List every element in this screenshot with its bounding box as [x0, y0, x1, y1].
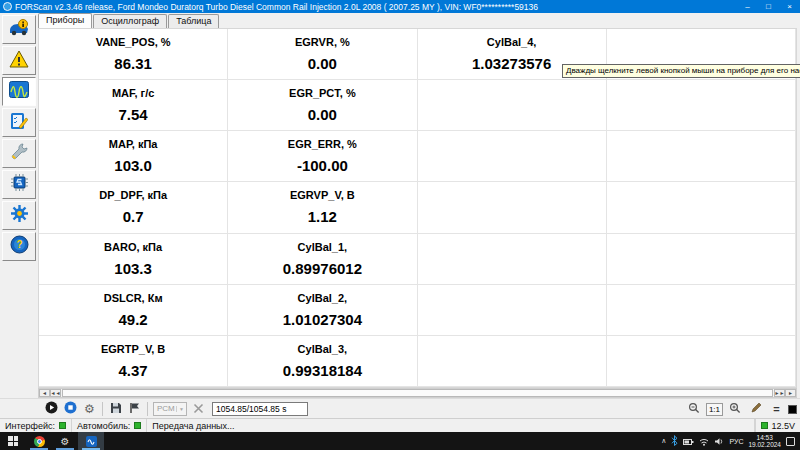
record-settings-button[interactable]: ⚙ — [80, 400, 99, 417]
save-button[interactable] — [106, 400, 125, 417]
oscilloscope-icon — [9, 81, 29, 102]
zoom-out-button[interactable] — [685, 401, 704, 418]
gauge-value: 0.7 — [123, 208, 144, 225]
gauge-cell-empty[interactable] — [607, 80, 796, 131]
gauge-label: VANE_POS, % — [96, 36, 171, 48]
zoom-tools: 1:1 = — [685, 400, 797, 418]
gauge-value: 1.12 — [308, 208, 337, 225]
gauge-cell-egrtp-v[interactable]: EGRTP_V, В4.37 — [39, 336, 228, 387]
gauge-label: EGRTP_V, В — [101, 343, 165, 355]
save-icon — [110, 400, 122, 418]
module-select-value: PCM — [154, 404, 176, 413]
language-indicator[interactable]: РУС — [729, 438, 743, 445]
gauges-grid: VANE_POS, %86.31 EGRVR, %0.00 CylBal_4,1… — [38, 28, 797, 388]
stop-button[interactable] — [61, 400, 80, 417]
action-center-icon[interactable] — [786, 437, 795, 446]
close-button[interactable]: × — [779, 0, 800, 13]
tab-oscillograph[interactable]: Осциллограф — [93, 14, 167, 28]
gauge-cell-empty[interactable] — [607, 182, 796, 233]
status-bar: Интерфейс: Автомобиль: Передача данных..… — [0, 418, 800, 432]
wifi-icon[interactable] — [699, 432, 709, 450]
minimize-button[interactable]: – — [737, 0, 758, 13]
tray-expand-icon[interactable]: ∧ — [661, 437, 666, 445]
gauge-value: 7.54 — [119, 106, 148, 123]
gauge-cell-vane-pos[interactable]: VANE_POS, %86.31 — [39, 29, 228, 80]
tab-gauges[interactable]: Приборы — [38, 13, 92, 28]
scroll-right-fast-icon[interactable]: ►► — [774, 389, 785, 397]
clear-markers-button[interactable] — [189, 400, 208, 417]
gauge-cell-map[interactable]: MAP, кПа103.0 — [39, 131, 228, 182]
sidebar-item-help[interactable]: ? — [2, 232, 36, 261]
gauge-label: MAP, кПа — [109, 138, 158, 150]
playback-time-display: 1054.85/1054.85 s — [212, 402, 308, 416]
gauge-label: MAF, г/с — [112, 87, 154, 99]
sidebar-item-programming[interactable] — [2, 170, 36, 199]
magnifier-minus-icon — [688, 400, 700, 418]
gauge-cell-egr-pct[interactable]: EGR_PCT, %0.00 — [228, 80, 417, 131]
gauge-cell-empty[interactable] — [418, 285, 607, 336]
gauge-cell-baro[interactable]: BARO, кПа103.3 — [39, 234, 228, 285]
gauge-cell-empty[interactable] — [418, 80, 607, 131]
gauge-value: 1.03273576 — [472, 55, 551, 72]
marker-flag-button[interactable] — [125, 400, 144, 417]
gauge-cell-cylbal2[interactable]: CylBal_2,1.01027304 — [228, 285, 417, 336]
gauge-cell-empty[interactable] — [418, 336, 607, 387]
bluetooth-icon[interactable] — [671, 432, 678, 450]
gauge-cell-empty[interactable] — [607, 336, 796, 387]
zoom-in-button[interactable] — [725, 401, 744, 418]
gauge-cell-dp-dpf[interactable]: DP_DPF, кПа0.7 — [39, 182, 228, 233]
scrollbar-thumb[interactable] — [62, 389, 773, 397]
interface-status: Интерфейс: — [0, 419, 72, 432]
gear-icon: ⚙ — [61, 436, 70, 447]
battery-icon[interactable] — [683, 432, 694, 450]
gauge-cell-maf[interactable]: MAF, г/с7.54 — [39, 80, 228, 131]
clock[interactable]: 14:53 19.02.2024 — [748, 434, 781, 449]
scroll-left-icon[interactable]: ◄ — [39, 389, 50, 397]
gauge-cell-egr-err[interactable]: EGR_ERR, %-100.00 — [228, 131, 417, 182]
gauge-cell-empty[interactable] — [418, 131, 607, 182]
timeline-scrollbar[interactable]: ◄ ◄◄ ►► ► — [38, 388, 797, 398]
cross-icon — [193, 400, 204, 418]
taskbar-chrome[interactable] — [26, 432, 52, 450]
gauge-value: 0.00 — [308, 55, 337, 72]
tray-time: 14:53 — [757, 434, 773, 442]
gauge-cell-egrvr[interactable]: EGRVR, %0.00 — [228, 29, 417, 80]
color-swatch[interactable] — [788, 405, 797, 414]
gauge-label: EGRVR, % — [295, 36, 350, 48]
taskbar-settings[interactable]: ⚙ — [52, 432, 78, 450]
sidebar-item-service[interactable] — [2, 139, 36, 168]
gauge-cell-empty[interactable] — [607, 285, 796, 336]
gauge-cell-empty[interactable] — [607, 131, 796, 182]
start-button[interactable] — [0, 432, 26, 450]
gauge-value: 4.37 — [119, 362, 148, 379]
vehicle-status: Автомобиль: — [72, 419, 147, 432]
cursor-mode-button[interactable] — [746, 401, 765, 418]
gauge-cell-cylbal1[interactable]: CylBal_1,0.89976012 — [228, 234, 417, 285]
gauge-cell-empty[interactable] — [607, 234, 796, 285]
gauge-value: 0.89976012 — [283, 260, 362, 277]
gauge-cell-cylbal3[interactable]: CylBal_3,0.99318184 — [228, 336, 417, 387]
signal-list-button[interactable]: = — [767, 401, 786, 418]
scroll-left-fast-icon[interactable]: ◄◄ — [50, 389, 61, 397]
scroll-right-icon[interactable]: ► — [785, 389, 796, 397]
gauge-cell-egrvp-v[interactable]: EGRVP_V, В1.12 — [228, 182, 417, 233]
maximize-button[interactable]: □ — [758, 0, 779, 13]
play-icon — [45, 400, 58, 418]
speaker-icon[interactable] — [714, 432, 724, 450]
taskbar-forscan[interactable] — [78, 432, 104, 450]
tab-table[interactable]: Таблица — [168, 14, 219, 28]
sidebar-item-tests[interactable] — [2, 108, 36, 137]
system-tray: ∧ РУС 14:53 19.02.2024 — [661, 432, 800, 450]
module-select[interactable]: PCM ▼ — [153, 402, 187, 416]
sidebar-item-dtc[interactable] — [2, 46, 36, 75]
sidebar-item-vehicle-info[interactable] — [2, 15, 36, 44]
gauge-cell-empty[interactable] — [418, 234, 607, 285]
gauge-cell-dslcr[interactable]: DSLCR, Км49.2 — [39, 285, 228, 336]
gauge-label: EGR_PCT, % — [289, 87, 356, 99]
sidebar-item-oscilloscope[interactable] — [2, 77, 36, 106]
play-button[interactable] — [42, 400, 61, 417]
title-bar: FORScan v2.3.46 release, Ford Mondeo Dur… — [0, 0, 800, 13]
gauge-cell-empty[interactable] — [418, 182, 607, 233]
zoom-reset-button[interactable]: 1:1 — [706, 403, 723, 416]
sidebar-item-configuration[interactable] — [2, 201, 36, 230]
